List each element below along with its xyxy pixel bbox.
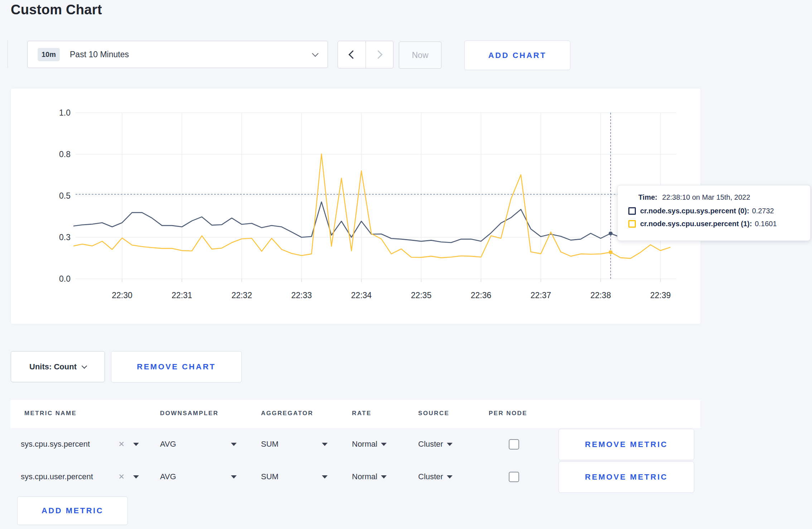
caret-down-icon xyxy=(133,475,139,479)
svg-text:22:38: 22:38 xyxy=(590,291,611,300)
svg-text:0.5: 0.5 xyxy=(59,191,71,200)
close-icon[interactable]: ✕ xyxy=(118,472,125,481)
svg-text:22:39: 22:39 xyxy=(650,291,671,300)
col-header-metric-name: METRIC NAME xyxy=(24,410,77,417)
caret-down-icon xyxy=(322,443,328,446)
svg-text:22:35: 22:35 xyxy=(411,291,432,300)
tooltip-time-row: Time: 22:38:10 on Mar 15th, 2022 xyxy=(638,193,799,202)
source-value: Cluster xyxy=(418,472,443,481)
remove-metric-button[interactable]: REMOVE METRIC xyxy=(559,461,694,493)
chevron-left-icon xyxy=(348,50,357,59)
downsampler-value: AVG xyxy=(160,472,231,481)
rate-value: Normal xyxy=(352,440,377,449)
svg-text:0.0: 0.0 xyxy=(59,274,71,283)
svg-text:22:33: 22:33 xyxy=(291,291,312,300)
metric-name-select[interactable]: sys.cpu.user.percent ✕ xyxy=(21,461,139,492)
tooltip-series-row: cr.node.sys.cpu.user.percent (1): 0.1601 xyxy=(628,220,799,228)
caret-down-icon xyxy=(231,443,237,446)
caret-down-icon xyxy=(381,443,387,446)
col-header-rate: RATE xyxy=(352,410,372,417)
page-title: Custom Chart xyxy=(11,2,102,18)
aggregator-value: SUM xyxy=(261,440,322,449)
caret-down-icon xyxy=(322,475,328,479)
chevron-down-icon xyxy=(82,363,87,369)
svg-text:1.0: 1.0 xyxy=(59,108,71,117)
time-range-label: Past 10 Minutes xyxy=(70,50,129,59)
caret-down-icon xyxy=(447,475,453,479)
toolbar-divider xyxy=(8,40,8,68)
tooltip-series-label: cr.node.sys.cpu.user.percent (1): xyxy=(640,220,752,228)
tooltip-time-value: 22:38:10 on Mar 15th, 2022 xyxy=(662,193,750,201)
aggregator-value: SUM xyxy=(261,472,322,481)
remove-metric-button[interactable]: REMOVE METRIC xyxy=(559,429,694,460)
chevron-down-icon xyxy=(312,50,318,57)
caret-down-icon xyxy=(133,443,139,446)
source-select[interactable]: Cluster xyxy=(418,461,453,492)
metric-row: sys.cpu.user.percent ✕ AVG SUM Normal Cl… xyxy=(10,461,700,492)
rate-value: Normal xyxy=(352,472,377,481)
metric-row: sys.cpu.sys.percent ✕ AVG SUM Normal Clu… xyxy=(10,429,700,460)
svg-text:22:31: 22:31 xyxy=(171,291,192,300)
metrics-table-header: METRIC NAME DOWNSAMPLER AGGREGATOR RATE … xyxy=(10,400,700,428)
metric-name-value: sys.cpu.user.percent xyxy=(21,472,118,481)
downsampler-select[interactable]: AVG xyxy=(160,461,237,492)
tooltip-time-label: Time: xyxy=(638,193,657,201)
col-header-per-node: PER NODE xyxy=(489,410,527,417)
svg-text:22:32: 22:32 xyxy=(231,291,252,300)
prev-interval-button[interactable] xyxy=(338,41,366,68)
rate-select[interactable]: Normal xyxy=(352,461,387,492)
col-header-downsampler: DOWNSAMPLER xyxy=(160,410,218,417)
source-value: Cluster xyxy=(418,440,443,449)
close-icon[interactable]: ✕ xyxy=(118,440,125,448)
col-header-source: SOURCE xyxy=(418,410,449,417)
metric-name-value: sys.cpu.sys.percent xyxy=(21,440,118,449)
now-button[interactable]: Now xyxy=(399,42,441,69)
aggregator-select[interactable]: SUM xyxy=(261,461,328,492)
user-series-swatch-icon xyxy=(628,220,636,228)
chart-card: 0.00.30.50.81.022:3022:3122:3222:3322:34… xyxy=(10,88,701,324)
col-header-aggregator: AGGREGATOR xyxy=(261,410,313,417)
time-pager xyxy=(338,41,393,68)
next-interval-button[interactable] xyxy=(366,41,393,68)
add-metric-button[interactable]: ADD METRIC xyxy=(17,496,128,525)
rate-select[interactable]: Normal xyxy=(352,429,387,460)
caret-down-icon xyxy=(231,475,237,479)
tooltip-series-value: 0.2732 xyxy=(752,207,774,215)
caret-down-icon xyxy=(381,475,387,479)
units-select[interactable]: Units: Count xyxy=(11,351,105,382)
per-node-checkbox[interactable] xyxy=(509,472,519,482)
svg-text:22:34: 22:34 xyxy=(351,291,372,300)
sys-series-swatch-icon xyxy=(628,207,636,215)
chart-tooltip: Time: 22:38:10 on Mar 15th, 2022 cr.node… xyxy=(617,185,811,241)
add-chart-button[interactable]: ADD CHART xyxy=(464,40,570,70)
metric-name-select[interactable]: sys.cpu.sys.percent ✕ xyxy=(21,429,139,460)
svg-text:0.3: 0.3 xyxy=(59,233,71,242)
caret-down-icon xyxy=(447,443,453,446)
downsampler-value: AVG xyxy=(160,440,231,449)
remove-chart-button[interactable]: REMOVE CHART xyxy=(111,351,242,383)
tooltip-series-row: cr.node.sys.cpu.sys.percent (0): 0.2732 xyxy=(628,207,799,215)
svg-text:22:37: 22:37 xyxy=(531,291,551,300)
per-node-checkbox[interactable] xyxy=(509,439,519,450)
source-select[interactable]: Cluster xyxy=(418,429,453,460)
aggregator-select[interactable]: SUM xyxy=(261,429,328,460)
time-range-select[interactable]: 10m Past 10 Minutes xyxy=(27,41,328,68)
tooltip-series-value: 0.1601 xyxy=(755,220,777,228)
timeseries-chart[interactable]: 0.00.30.50.81.022:3022:3122:3222:3322:34… xyxy=(11,88,701,324)
downsampler-select[interactable]: AVG xyxy=(160,429,237,460)
svg-text:0.8: 0.8 xyxy=(59,150,71,159)
svg-text:22:36: 22:36 xyxy=(471,291,492,300)
units-label: Units: Count xyxy=(29,362,77,372)
svg-text:22:30: 22:30 xyxy=(112,291,132,300)
tooltip-series-label: cr.node.sys.cpu.sys.percent (0): xyxy=(640,207,749,215)
time-range-badge: 10m xyxy=(38,48,60,61)
chevron-right-icon xyxy=(374,50,383,59)
